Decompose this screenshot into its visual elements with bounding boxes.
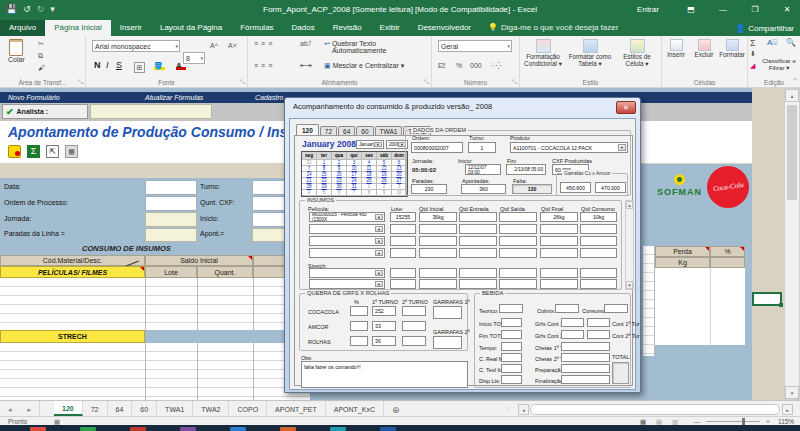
creal-field[interactable] <box>501 353 522 362</box>
grfs1-field[interactable] <box>561 318 584 327</box>
scroll-up-icon[interactable]: ▴ <box>785 89 799 102</box>
insumos-pelicula-q5-field[interactable] <box>580 236 617 246</box>
paradas-field[interactable]: 230 <box>411 184 447 194</box>
sheet-tab-64[interactable]: 64 <box>108 401 133 416</box>
garrafas1-field[interactable] <box>433 306 462 319</box>
save-icon[interactable]: 💾 <box>6 4 17 14</box>
insumos-stretch-q2-field[interactable] <box>459 268 497 278</box>
amcor-t1-field[interactable]: 33 <box>372 321 396 331</box>
scroll-down-icon[interactable]: ▾ <box>626 281 633 289</box>
register-link[interactable]: Cadastro <box>255 94 283 101</box>
calendar-day[interactable]: 6 <box>332 190 347 196</box>
insumos-pelicula-q4-field[interactable] <box>540 236 578 246</box>
insumos-stretch-q1-field[interactable] <box>419 279 457 289</box>
insumos-stretch-q3-field[interactable] <box>499 279 537 289</box>
indent-icons[interactable]: ⇤⇥ <box>300 62 312 70</box>
copy-icon[interactable]: ⧉ <box>38 52 43 60</box>
font-launcher-icon[interactable]: ⤡ <box>240 79 245 86</box>
rolhas-t2-field[interactable] <box>402 336 426 346</box>
update-formulas-link[interactable]: Atualizar Fórmulas <box>145 94 203 101</box>
zoom-out-icon[interactable]: — <box>694 418 701 425</box>
rolhas-t1-field[interactable]: 36 <box>372 336 396 346</box>
fill-color-icon[interactable]: 🪣 <box>154 62 165 70</box>
italic-button[interactable]: I <box>106 60 109 70</box>
redo-icon[interactable]: ↻ <box>37 4 45 14</box>
zoom-slider-thumb[interactable] <box>742 418 745 425</box>
ribbon-display-options-icon[interactable]: ⬒ <box>678 0 704 18</box>
lower-grid[interactable] <box>0 343 310 400</box>
calendar-day[interactable]: 4 <box>302 190 317 196</box>
insumos-scrollbar[interactable]: ▴ ▾ <box>625 200 634 290</box>
garrafas-cc-field[interactable]: 450.600 <box>560 182 591 193</box>
share-button[interactable]: 👤 Compartilhar <box>735 24 794 33</box>
insumos-stretch-q5-field[interactable] <box>580 268 617 278</box>
taskbar-app-icon[interactable] <box>80 427 96 431</box>
insumos-pelicula-q5-field[interactable] <box>580 224 617 234</box>
cteol-field[interactable] <box>501 364 522 373</box>
windows-taskbar[interactable] <box>0 425 800 431</box>
number-format-combo[interactable]: Geral ▾ <box>438 40 512 52</box>
underline-button[interactable]: S <box>116 60 122 70</box>
sum-toolbar-icon[interactable]: Σ <box>27 145 40 158</box>
grfs2-field[interactable] <box>561 330 584 339</box>
insumos-stretch-combo[interactable]: ▾ <box>309 279 385 289</box>
grfs1-field-2[interactable] <box>587 318 610 327</box>
ribbon-tab-desenvolvedor[interactable]: Desenvolvedor <box>409 20 480 36</box>
taskbar-app-icon[interactable] <box>330 427 346 431</box>
jornada-input[interactable] <box>145 212 197 227</box>
maximize-button[interactable]: ❐ <box>742 0 768 18</box>
fim-field[interactable]: 2/13/08 05:00 <box>506 164 546 175</box>
new-form-link[interactable]: Novo Formulário <box>8 94 60 101</box>
insumos-stretch-q4-field[interactable] <box>540 279 578 289</box>
calendar-day[interactable]: 8 <box>362 190 377 196</box>
hscroll-left-icon[interactable]: ◂ <box>518 404 529 415</box>
fill-icon[interactable]: ⬇ <box>750 50 756 58</box>
font-name-combo[interactable]: Arial monospacec ▾ <box>92 40 180 52</box>
amcor-pct-field[interactable] <box>350 321 368 331</box>
horizontal-align-icons[interactable]: ≡≡≡ <box>254 62 275 69</box>
calendar-day[interactable]: 5 <box>317 190 332 196</box>
qat-customize-icon[interactable]: ▾ <box>50 4 55 14</box>
vertical-align-icons[interactable]: ≡≡≡ <box>254 40 275 47</box>
format-cells-button[interactable]: Formatar <box>718 39 746 59</box>
clear-icon[interactable]: ◢ <box>750 62 755 70</box>
tab-scroll-right-icon[interactable]: ▸ <box>20 401 41 416</box>
cocacola-pct-field[interactable] <box>350 306 368 316</box>
fim-tot-field[interactable] <box>501 330 522 339</box>
cocacola-t2-field[interactable] <box>402 306 426 316</box>
insumos-pelicula-q4-field[interactable] <box>540 248 578 258</box>
insumos-stretch-q4-field[interactable] <box>540 268 578 278</box>
selected-cell[interactable] <box>752 292 782 306</box>
percent-icon[interactable]: % <box>456 62 462 69</box>
sheet-tab-apont_pet[interactable]: APONT_PET <box>267 401 326 416</box>
calendar-day[interactable]: 7 <box>347 190 362 196</box>
shrink-font-icon[interactable]: A˅ <box>228 42 237 49</box>
signin-button[interactable]: Entrar <box>626 0 670 18</box>
tell-me-box[interactable]: 💡 Diga-me o que você deseja fazer <box>480 23 626 36</box>
ordem-field[interactable]: 000800002007 <box>411 142 463 153</box>
inicio-tot-field[interactable] <box>501 318 522 327</box>
obs-textarea[interactable]: falta fazer os comando!!! <box>301 361 468 388</box>
ribbon-tab-dados[interactable]: Dados <box>283 20 324 36</box>
sheet-tab-60[interactable]: 60 <box>132 401 157 416</box>
wrap-text-button[interactable]: ↩ Quebrar Texto Automaticamente <box>324 40 431 54</box>
insumos-stretch-q3-field[interactable] <box>499 268 537 278</box>
insumos-pelicula-q5-field[interactable]: 10kg <box>580 212 617 222</box>
scroll-up-icon[interactable]: ▴ <box>626 201 633 209</box>
chevron-down-icon[interactable]: ▾ <box>618 144 626 151</box>
sheet-tab-twa2[interactable]: TWA2 <box>193 401 229 416</box>
delete-cells-button[interactable]: Excluir <box>690 39 718 59</box>
zoom-in-icon[interactable]: + <box>766 418 770 425</box>
taskbar-app-icon[interactable] <box>230 427 246 431</box>
bold-button[interactable]: N <box>94 60 101 70</box>
ordem-input[interactable] <box>145 196 197 211</box>
taskbar-app-icon[interactable] <box>380 427 396 431</box>
add-sheet-icon[interactable]: ⊕ <box>384 401 408 416</box>
insumos-pelicula-q5-field[interactable] <box>580 248 617 258</box>
insumos-pelicula-combo[interactable]: ▾ <box>309 248 385 258</box>
finalizacao-field[interactable] <box>561 375 610 384</box>
prep-field[interactable] <box>561 364 610 373</box>
clipboard-launcher-icon[interactable]: ⤡ <box>78 79 83 86</box>
insumos-pelicula-combo[interactable]: M01090015 - Película 450 (1500X▾ <box>309 212 385 222</box>
insumos-pelicula-q2-field[interactable] <box>459 248 497 258</box>
